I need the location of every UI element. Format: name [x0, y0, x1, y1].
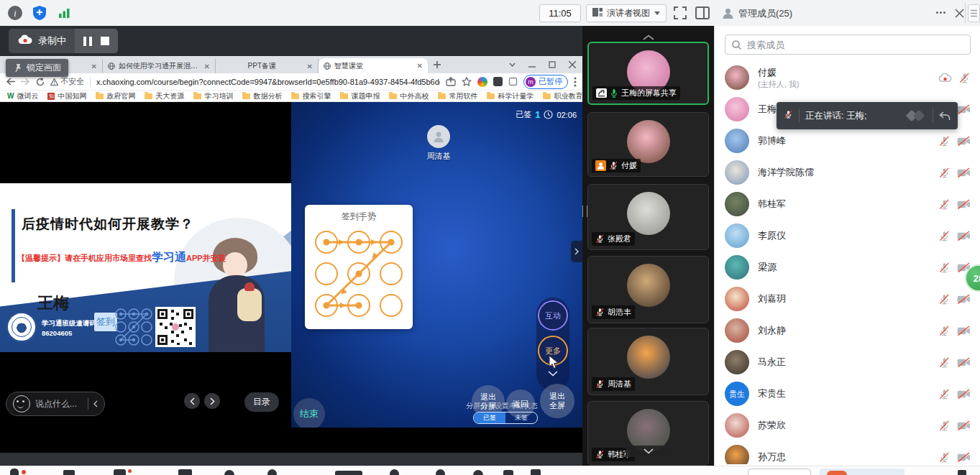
- mic-muted-icon[interactable]: [938, 293, 951, 305]
- profile-paused-badge[interactable]: m 已暂停: [523, 75, 568, 89]
- member-row[interactable]: 郭博峰: [715, 125, 980, 157]
- mic-muted-icon[interactable]: [938, 198, 951, 211]
- mic-muted-icon[interactable]: [938, 388, 951, 400]
- close-tab-icon[interactable]: ✕: [417, 62, 423, 70]
- extension-dark-icon[interactable]: [493, 77, 503, 86]
- search-input[interactable]: [746, 39, 963, 51]
- reload-icon[interactable]: [36, 78, 45, 86]
- bookmark-item[interactable]: 天大资源: [145, 91, 184, 101]
- extension-orb-icon[interactable]: [477, 77, 487, 87]
- member-row[interactable]: 刘永静: [715, 315, 980, 346]
- extensions-icon[interactable]: [508, 77, 518, 86]
- prev-slide-button[interactable]: [184, 393, 200, 409]
- mic-muted-icon[interactable]: [938, 451, 951, 464]
- browser-tab[interactable]: 如何使用学习通开展混合式教学 ✕: [103, 59, 216, 73]
- panel-footer-button-partial[interactable]: [820, 469, 905, 475]
- mic-muted-icon[interactable]: [938, 167, 951, 179]
- scroll-down-chevron-icon[interactable]: [626, 446, 672, 457]
- panel-collapse-handle[interactable]: [571, 241, 582, 262]
- bookmark-item[interactable]: 政府官网: [96, 91, 135, 101]
- network-signal-icon[interactable]: [56, 5, 72, 24]
- bookmark-star-icon[interactable]: [462, 77, 472, 86]
- filter-signed[interactable]: 已签: [474, 412, 505, 423]
- filter-unsigned[interactable]: 未签: [505, 412, 537, 423]
- participant-tile-sharing[interactable]: 王梅的屏幕共享: [587, 42, 709, 105]
- camera-muted-icon[interactable]: [957, 357, 971, 368]
- participant-tile[interactable]: 胡浩丰: [587, 256, 709, 323]
- reply-arrow-icon[interactable]: [939, 111, 951, 121]
- mic-muted-icon[interactable]: [958, 72, 971, 84]
- bookmark-item[interactable]: 常用软件: [438, 91, 477, 101]
- camera-muted-icon[interactable]: [957, 167, 971, 178]
- signed-filter-toggle[interactable]: 已签 未签: [473, 412, 538, 424]
- site-security-indicator[interactable]: 不安全: [50, 76, 84, 87]
- chat-input-pill[interactable]: 说点什么...: [6, 392, 105, 416]
- member-row[interactable]: 刘嘉玥: [715, 283, 980, 315]
- mic-muted-icon[interactable]: [938, 325, 951, 337]
- close-tab-icon[interactable]: ✕: [91, 63, 97, 70]
- end-checkin-button[interactable]: 结束: [293, 398, 325, 428]
- url-text[interactable]: x.chaoxing.com/course/begin?connectCode=…: [96, 78, 440, 86]
- browser-tab-active[interactable]: 智慧课堂 ✕: [319, 58, 428, 73]
- camera-muted-icon[interactable]: [957, 136, 971, 147]
- view-mode-dropdown[interactable]: 演讲者视图: [586, 4, 667, 22]
- close-tab-icon[interactable]: ✕: [307, 63, 313, 70]
- camera-muted-icon[interactable]: [957, 294, 971, 305]
- exit-fullscreen-button[interactable]: 退出全屏: [540, 384, 574, 418]
- column-resize-handle[interactable]: [582, 206, 587, 217]
- mic-muted-icon[interactable]: [938, 230, 951, 242]
- camera-muted-icon[interactable]: [957, 199, 971, 210]
- camera-muted-icon[interactable]: [957, 420, 971, 431]
- shield-protect-icon[interactable]: [32, 5, 47, 24]
- browser-tab[interactable]: PPT备课 ✕: [216, 59, 319, 73]
- bookmark-item[interactable]: 科学计量学: [487, 91, 533, 101]
- member-row[interactable]: 孙万忠: [715, 441, 980, 464]
- mic-muted-icon[interactable]: [938, 262, 951, 274]
- camera-muted-icon[interactable]: [957, 231, 971, 241]
- camera-muted-icon[interactable]: [957, 326, 971, 336]
- bookmark-item[interactable]: 学习培训: [193, 91, 233, 101]
- collapse-chat-chevron-icon[interactable]: [93, 400, 98, 407]
- camera-muted-icon[interactable]: [957, 389, 971, 400]
- fullscreen-icon[interactable]: [673, 6, 687, 23]
- more-options-icon[interactable]: [936, 11, 945, 14]
- stop-recording-button[interactable]: [101, 37, 109, 45]
- back-icon[interactable]: [6, 78, 15, 86]
- camera-muted-icon[interactable]: [957, 452, 971, 463]
- member-row[interactable]: 韩桂军: [715, 188, 980, 220]
- bookmark-item[interactable]: 数据分析: [242, 91, 282, 101]
- mic-muted-icon[interactable]: [938, 420, 951, 432]
- bookmark-item[interactable]: W微词云: [7, 91, 38, 101]
- restore-window-icon[interactable]: [542, 56, 562, 73]
- browser-menu-kebab-icon[interactable]: [574, 77, 577, 87]
- member-search-box[interactable]: [725, 34, 971, 55]
- participant-tile[interactable]: 付媛: [587, 112, 709, 177]
- info-icon[interactable]: i: [7, 5, 23, 24]
- new-tab-icon[interactable]: [428, 56, 447, 73]
- member-row[interactable]: 梁源: [715, 252, 980, 283]
- member-row[interactable]: 李原仪: [715, 220, 980, 252]
- drag-handle-icon[interactable]: [968, 4, 980, 22]
- participant-tile[interactable]: 周清基: [587, 328, 709, 395]
- mic-muted-icon[interactable]: [938, 356, 951, 369]
- member-row[interactable]: 苏荣欣: [715, 410, 980, 441]
- bookmark-item[interactable]: 中外高校: [389, 91, 429, 101]
- close-tab-icon[interactable]: ✕: [204, 63, 210, 70]
- pause-recording-button[interactable]: [83, 37, 92, 46]
- emoji-icon[interactable]: [13, 395, 30, 412]
- bookmark-item[interactable]: 课题申报: [340, 91, 380, 101]
- bookmark-item[interactable]: 搜索引擎: [291, 91, 331, 101]
- side-panel-toggle-icon[interactable]: [695, 6, 710, 23]
- close-window-icon[interactable]: [562, 56, 582, 73]
- collapse-rail-chevron-icon[interactable]: [548, 371, 558, 377]
- gesture-pattern[interactable]: [305, 223, 413, 327]
- member-row[interactable]: 海洋学院陈儒: [715, 157, 980, 188]
- interact-button[interactable]: 互动: [538, 300, 568, 331]
- member-row[interactable]: 付媛 (主持人, 我): [715, 62, 980, 93]
- tab-search-chevron-icon[interactable]: [502, 56, 522, 73]
- minimize-window-icon[interactable]: [522, 56, 542, 73]
- member-row[interactable]: 马永正: [715, 346, 980, 378]
- toc-button[interactable]: 目录: [244, 392, 279, 412]
- panel-footer-button-partial[interactable]: [748, 469, 811, 475]
- close-panel-icon[interactable]: [955, 8, 964, 21]
